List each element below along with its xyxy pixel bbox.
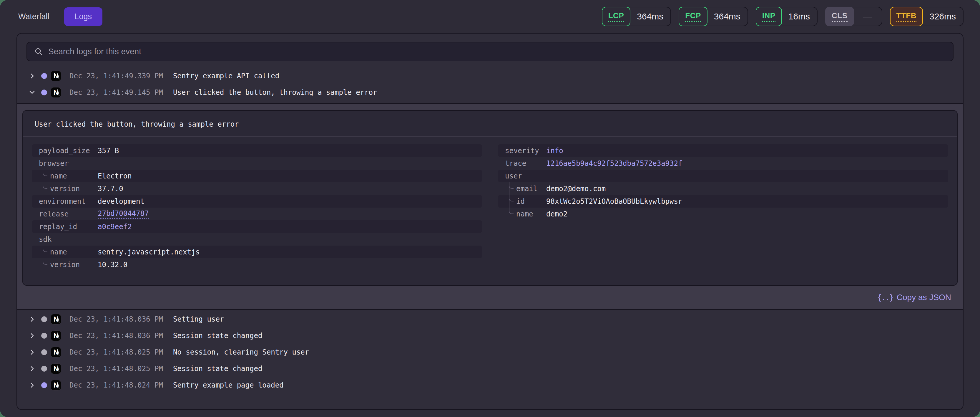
- attributes-left-column: payload_size357 BbrowsernameElectronvers…: [32, 144, 490, 271]
- log-row[interactable]: NDec 23, 1:41:48.024 PMSentry example pa…: [17, 377, 963, 393]
- chevron-right-icon[interactable]: [28, 348, 37, 356]
- attribute-row: browser: [32, 157, 482, 169]
- attribute-key: id: [516, 197, 546, 206]
- vital-value: 326ms: [922, 7, 963, 26]
- attribute-value[interactable]: 27bd70044787: [98, 209, 149, 219]
- log-level-dot: [41, 73, 47, 79]
- vital-label-chip: INP: [756, 7, 782, 26]
- attribute-key: trace: [505, 159, 546, 168]
- attribute-value: 98xtWc2o5T2ViOAoBaOBUbLkywlbpwsr: [546, 197, 682, 206]
- log-message: Session state changed: [173, 332, 262, 340]
- vital-label: CLS: [832, 11, 848, 22]
- vital-label-chip: FCP: [679, 7, 708, 26]
- tree-elbow-icon: [509, 195, 514, 201]
- attribute-row: user: [498, 169, 948, 182]
- chevron-right-icon[interactable]: [28, 364, 37, 373]
- log-row[interactable]: NDec 23, 1:41:49.145 PMUser clicked the …: [17, 84, 963, 101]
- vital-value: —: [853, 7, 882, 26]
- log-timestamp: Dec 23, 1:41:48.025 PM: [70, 364, 163, 373]
- search-input[interactable]: [48, 47, 946, 56]
- attribute-key: user: [505, 172, 546, 180]
- attribute-value: Electron: [98, 172, 132, 180]
- vital-inp[interactable]: INP16ms: [756, 7, 818, 26]
- nextjs-icon: N: [51, 314, 61, 324]
- chevron-down-icon[interactable]: [28, 88, 37, 97]
- attribute-value: a0c9eef2: [98, 223, 132, 231]
- attribute-key: sdk: [39, 235, 98, 244]
- attribute-value: 10.32.0: [98, 260, 127, 269]
- log-row[interactable]: NDec 23, 1:41:48.025 PMSession state cha…: [17, 361, 963, 377]
- detail-footer: {..}Copy as JSON: [22, 286, 958, 309]
- log-detail-card: User clicked the button, throwing a samp…: [22, 110, 958, 286]
- attribute-value: info: [546, 147, 563, 155]
- vital-label-chip: TTFB: [890, 7, 923, 26]
- attribute-key: name: [50, 248, 98, 256]
- nextjs-icon: N: [51, 347, 61, 358]
- log-timestamp: Dec 23, 1:41:49.145 PM: [70, 88, 163, 97]
- vital-label-chip: CLS: [825, 7, 854, 26]
- vital-label: LCP: [608, 11, 624, 22]
- log-timestamp: Dec 23, 1:41:48.036 PM: [70, 315, 163, 323]
- vital-value: 364ms: [630, 7, 670, 26]
- log-row[interactable]: NDec 23, 1:41:48.025 PMNo session, clear…: [17, 344, 963, 361]
- vital-label: INP: [762, 11, 775, 22]
- log-level-dot: [41, 349, 47, 355]
- page-background: { "tabs": [ { "label": "Waterfall", "act…: [0, 0, 980, 417]
- chevron-right-icon[interactable]: [28, 381, 37, 390]
- vital-label-chip: LCP: [602, 7, 631, 26]
- attribute-value: demo2: [546, 210, 567, 218]
- attribute-row: severityinfo: [498, 144, 948, 157]
- nextjs-icon: N: [51, 363, 61, 374]
- web-vitals: LCP364msFCP364msINP16msCLS—TTFB326ms: [602, 7, 964, 26]
- copy-as-json-button[interactable]: {..}Copy as JSON: [877, 293, 951, 302]
- attribute-key: name: [50, 172, 98, 180]
- log-row[interactable]: NDec 23, 1:41:49.339 PMSentry example AP…: [17, 68, 963, 84]
- tree-elbow-icon: [43, 246, 48, 252]
- logs-panel: NDec 23, 1:41:49.339 PMSentry example AP…: [16, 33, 964, 410]
- trace-details-card: WaterfallLogs LCP364msFCP364msINP16msCLS…: [0, 0, 980, 417]
- topbar: WaterfallLogs LCP364msFCP364msINP16msCLS…: [0, 0, 980, 33]
- log-row[interactable]: NDec 23, 1:41:48.036 PMSession state cha…: [17, 328, 963, 344]
- log-message: Setting user: [173, 315, 224, 323]
- chevron-right-icon[interactable]: [28, 315, 37, 324]
- tree-elbow-icon: [509, 182, 514, 189]
- nextjs-icon: N: [51, 87, 61, 98]
- vital-ttfb[interactable]: TTFB326ms: [890, 7, 964, 26]
- attribute-value: sentry.javascript.nextjs: [98, 248, 200, 256]
- search-icon: [34, 47, 43, 56]
- attribute-key: replay_id: [39, 223, 98, 231]
- attribute-row: release27bd70044787: [32, 208, 482, 220]
- log-list: NDec 23, 1:41:49.339 PMSentry example AP…: [17, 64, 963, 409]
- vital-cls[interactable]: CLS—: [825, 7, 882, 26]
- tab-waterfall[interactable]: Waterfall: [16, 7, 51, 26]
- attribute-value: 1216ae5b9a4c92f523dba7572e3a932f: [546, 159, 682, 168]
- attribute-row: trace1216ae5b9a4c92f523dba7572e3a932f: [498, 157, 948, 169]
- attribute-key: email: [516, 185, 546, 193]
- chevron-right-icon[interactable]: [28, 72, 37, 80]
- log-timestamp: Dec 23, 1:41:48.024 PM: [70, 381, 163, 389]
- log-message: Sentry example API called: [173, 72, 279, 80]
- attribute-row: version10.32.0: [32, 258, 482, 271]
- attribute-row: id98xtWc2o5T2ViOAoBaOBUbLkywlbpwsr: [498, 195, 948, 208]
- tree-elbow-icon: [43, 258, 48, 265]
- attribute-row: version37.7.0: [32, 182, 482, 195]
- log-timestamp: Dec 23, 1:41:48.025 PM: [70, 348, 163, 356]
- chevron-right-icon[interactable]: [28, 331, 37, 340]
- log-search-bar[interactable]: [27, 42, 953, 61]
- tab-logs[interactable]: Logs: [64, 7, 103, 26]
- attribute-row: namedemo2: [498, 208, 948, 220]
- attribute-key: version: [50, 260, 98, 269]
- log-message: Sentry example page loaded: [173, 381, 284, 389]
- log-row[interactable]: NDec 23, 1:41:48.036 PMSetting user: [17, 311, 963, 328]
- log-message: User clicked the button, throwing a samp…: [173, 88, 377, 97]
- view-tabs: WaterfallLogs: [16, 7, 102, 26]
- tree-elbow-icon: [43, 169, 48, 176]
- vital-label: TTFB: [896, 11, 916, 22]
- vital-fcp[interactable]: FCP364ms: [679, 7, 748, 26]
- log-timestamp: Dec 23, 1:41:49.339 PM: [70, 72, 163, 80]
- log-level-dot: [41, 382, 47, 388]
- attribute-key: release: [39, 210, 98, 218]
- attribute-key: environment: [39, 197, 98, 206]
- vital-lcp[interactable]: LCP364ms: [602, 7, 671, 26]
- log-level-dot: [41, 89, 47, 96]
